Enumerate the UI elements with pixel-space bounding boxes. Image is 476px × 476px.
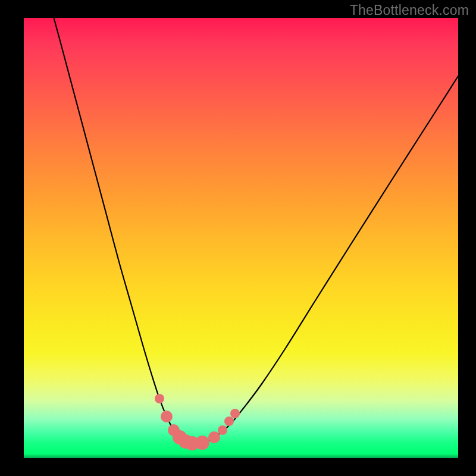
watermark-text: TheBottleneck.com	[350, 2, 469, 18]
data-marker	[208, 431, 220, 443]
data-marker	[155, 394, 164, 403]
data-marker	[224, 416, 234, 426]
bottleneck-curve	[51, 6, 476, 443]
curve-path-group	[51, 6, 476, 443]
marker-group	[155, 394, 240, 450]
curve-svg	[24, 18, 458, 458]
data-marker	[230, 409, 240, 418]
data-marker	[195, 436, 209, 450]
data-marker	[218, 425, 227, 435]
plot-area	[24, 18, 458, 458]
chart-frame: TheBottleneck.com	[0, 0, 476, 476]
data-marker	[161, 411, 173, 422]
